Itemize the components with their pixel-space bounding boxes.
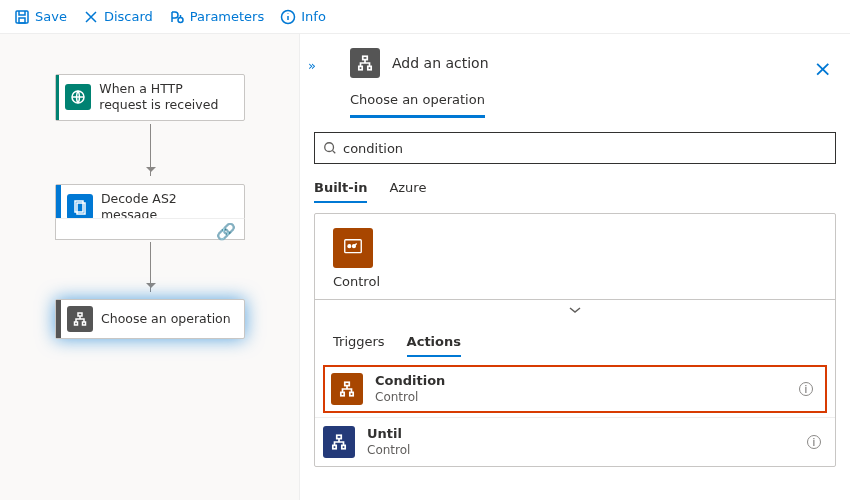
info-icon	[280, 9, 296, 25]
action-condition[interactable]: Condition Control i	[323, 365, 827, 413]
svg-rect-10	[363, 56, 368, 59]
svg-rect-0	[16, 11, 28, 23]
svg-rect-20	[337, 435, 342, 438]
svg-rect-1	[19, 18, 25, 23]
svg-rect-11	[359, 66, 362, 69]
http-icon	[70, 89, 86, 105]
choose-operation-node[interactable]: Choose an operation	[55, 299, 245, 339]
close-icon	[83, 9, 99, 25]
svg-rect-19	[350, 392, 353, 395]
panel-title: Add an action	[392, 55, 489, 71]
node-footer: 🔗	[55, 218, 245, 240]
svg-rect-8	[75, 322, 78, 325]
parameters-button[interactable]: Parameters	[161, 5, 272, 29]
search-input[interactable]: condition	[314, 132, 836, 164]
save-button[interactable]: Save	[6, 5, 75, 29]
tab-azure[interactable]: Azure	[389, 180, 426, 203]
subtab-actions[interactable]: Actions	[407, 334, 461, 357]
control-icon	[342, 237, 364, 259]
arrow-icon	[150, 242, 151, 292]
branch-icon	[356, 54, 374, 72]
subtab-triggers[interactable]: Triggers	[333, 334, 385, 357]
svg-point-15	[348, 245, 351, 248]
branch-icon	[72, 311, 88, 327]
save-icon	[14, 9, 30, 25]
svg-rect-9	[83, 322, 86, 325]
until-icon	[330, 433, 348, 451]
document-icon	[72, 199, 88, 215]
svg-rect-21	[333, 445, 336, 448]
info-icon[interactable]: i	[799, 382, 813, 396]
link-icon: 🔗	[216, 222, 236, 241]
arrow-icon	[150, 124, 151, 176]
svg-point-13	[325, 143, 334, 152]
toolbar: Save Discard Parameters Info	[0, 0, 850, 34]
connector-control[interactable]: Control	[315, 214, 835, 299]
close-panel-button[interactable]: ×	[814, 56, 832, 81]
designer-canvas: When a HTTP request is received Decode A…	[0, 34, 300, 500]
discard-button[interactable]: Discard	[75, 5, 161, 29]
svg-rect-12	[368, 66, 371, 69]
svg-rect-7	[78, 313, 82, 316]
tab-builtin[interactable]: Built-in	[314, 180, 367, 203]
condition-icon	[338, 380, 356, 398]
action-until[interactable]: Until Control i	[315, 417, 835, 466]
expand-connectors[interactable]	[315, 299, 835, 320]
search-icon	[323, 141, 337, 155]
info-button[interactable]: Info	[272, 5, 334, 29]
results-box: Control Triggers Actions Condition Contr…	[314, 213, 836, 467]
collapse-button[interactable]: »	[308, 58, 316, 73]
svg-point-2	[178, 17, 183, 22]
section-choose-operation: Choose an operation	[350, 92, 485, 118]
svg-rect-18	[341, 392, 344, 395]
chevron-down-icon	[568, 305, 582, 315]
trigger-node[interactable]: When a HTTP request is received	[55, 74, 245, 121]
svg-rect-22	[342, 445, 345, 448]
svg-rect-17	[345, 382, 350, 385]
info-icon[interactable]: i	[807, 435, 821, 449]
action-panel: » × Add an action Choose an operation co…	[300, 34, 850, 500]
parameters-icon	[169, 9, 185, 25]
